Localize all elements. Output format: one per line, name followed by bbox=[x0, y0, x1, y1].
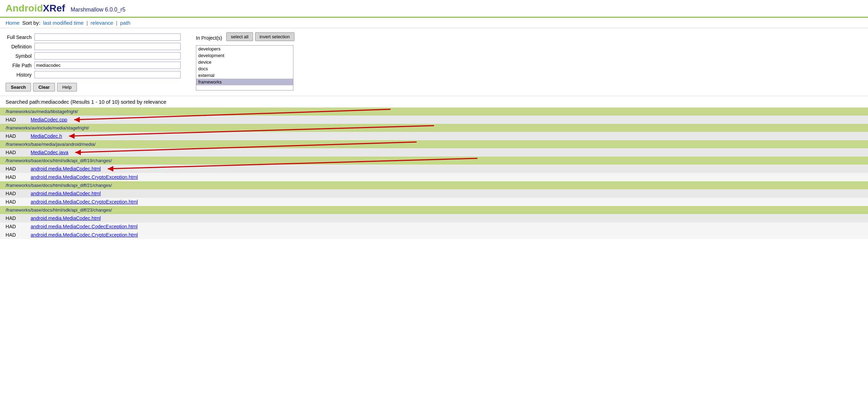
dir-link[interactable]: /frameworks/base/docs/html/sdk/api_diff/… bbox=[6, 207, 112, 213]
file-link[interactable]: android.media.MediaCodec.CryptoException… bbox=[31, 199, 138, 205]
definition-input-cell bbox=[33, 42, 182, 51]
had-badge: HAD bbox=[6, 166, 16, 172]
result-dir: /frameworks/base/media/java/android/medi… bbox=[0, 140, 868, 148]
file-link[interactable]: android.media.MediaCodec.CryptoException… bbox=[31, 174, 138, 180]
result-had: HAD bbox=[0, 189, 28, 198]
file-link[interactable]: MediaCodec.cpp bbox=[31, 117, 67, 122]
table-row: HAD android.media.MediaCodec.CryptoExcep… bbox=[0, 198, 868, 206]
history-input[interactable] bbox=[34, 71, 181, 78]
result-had: HAD bbox=[0, 116, 28, 124]
file-link[interactable]: MediaCodec.h bbox=[31, 133, 62, 139]
result-filename: android.media.MediaCodec.CryptoException… bbox=[28, 231, 868, 239]
result-dir: /frameworks/base/docs/html/sdk/api_diff/… bbox=[0, 181, 868, 189]
definition-row: Definition bbox=[6, 42, 182, 51]
had-badge: HAD bbox=[6, 174, 16, 180]
result-filename: MediaCodec.h bbox=[28, 132, 868, 140]
result-had: HAD bbox=[0, 173, 28, 181]
project-item[interactable]: frameworks bbox=[196, 79, 293, 85]
file-link[interactable]: android.media.MediaCodec.html bbox=[31, 166, 101, 172]
result-filename: android.media.MediaCodec.html bbox=[28, 165, 868, 173]
project-item[interactable]: device bbox=[196, 59, 293, 65]
search-buttons: Search Clear Help bbox=[6, 83, 182, 92]
search-table: Full Search Definition Symbol File Path bbox=[6, 32, 182, 79]
table-row: /frameworks/av/media/libstagefright/ bbox=[0, 108, 868, 116]
result-had: HAD bbox=[0, 132, 28, 140]
file-path-label: File Path bbox=[6, 61, 33, 70]
symbol-input[interactable] bbox=[34, 52, 181, 60]
project-item[interactable]: development bbox=[196, 52, 293, 59]
project-item[interactable]: external bbox=[196, 72, 293, 79]
dir-link[interactable]: /frameworks/base/docs/html/sdk/api_diff/… bbox=[6, 183, 112, 188]
table-row: HAD android.media.MediaCodec.html bbox=[0, 189, 868, 198]
results-header: Searched path:mediacodec (Results 1 - 10… bbox=[0, 96, 868, 108]
had-badge: HAD bbox=[6, 224, 16, 229]
definition-input[interactable] bbox=[34, 43, 181, 50]
history-input-cell bbox=[33, 70, 182, 79]
file-link[interactable]: android.media.MediaCodec.html bbox=[31, 215, 101, 221]
result-filename: android.media.MediaCodec.CryptoException… bbox=[28, 173, 868, 181]
file-path-row: File Path mediacodec bbox=[6, 61, 182, 70]
help-button[interactable]: Help bbox=[57, 83, 77, 92]
result-dir: /frameworks/base/docs/html/sdk/api_diff/… bbox=[0, 206, 868, 214]
table-row: /frameworks/base/docs/html/sdk/api_diff/… bbox=[0, 181, 868, 189]
nav-bar: Home Sort by: last modified time | relev… bbox=[0, 18, 868, 28]
project-list[interactable]: developersdevelopmentdevicedocsexternalf… bbox=[196, 45, 293, 90]
search-button[interactable]: Search bbox=[6, 83, 31, 92]
search-area: Full Search Definition Symbol File Path bbox=[0, 28, 868, 96]
result-filename: android.media.MediaCodec.CodecException.… bbox=[28, 222, 868, 231]
project-area: In Project(s) select all invert selectio… bbox=[196, 32, 294, 92]
dir-link[interactable]: /frameworks/av/include/media/stagefright… bbox=[6, 125, 89, 131]
nav-relevance[interactable]: relevance bbox=[90, 20, 113, 26]
select-all-button[interactable]: select all bbox=[226, 32, 253, 41]
nav-path[interactable]: path bbox=[120, 20, 130, 26]
result-had: HAD bbox=[0, 231, 28, 239]
nav-sep1: | bbox=[86, 20, 88, 26]
file-link[interactable]: android.media.MediaCodec.CodecException.… bbox=[31, 224, 137, 229]
nav-home[interactable]: Home bbox=[6, 20, 19, 26]
project-buttons: select all invert selection bbox=[226, 32, 294, 41]
table-row: HAD MediaCodec.java bbox=[0, 148, 868, 157]
result-filename: android.media.MediaCodec.html bbox=[28, 214, 868, 222]
file-link[interactable]: android.media.MediaCodec.CryptoException… bbox=[31, 232, 138, 238]
nav-last-modified[interactable]: last modified time bbox=[43, 20, 84, 26]
logo-version: Marshmallow 6.0.0_r5 bbox=[71, 7, 125, 13]
had-badge: HAD bbox=[6, 215, 16, 221]
result-had: HAD bbox=[0, 165, 28, 173]
dir-link[interactable]: /frameworks/base/media/java/android/medi… bbox=[6, 142, 96, 147]
symbol-row: Symbol bbox=[6, 51, 182, 61]
logo-android: Android bbox=[6, 3, 43, 14]
project-label: In Project(s) bbox=[196, 35, 222, 41]
had-badge: HAD bbox=[6, 150, 16, 155]
results-container: /frameworks/av/media/libstagefright/ HAD… bbox=[0, 108, 868, 239]
results-header-text: Searched path:mediacodec (Results 1 - 10… bbox=[6, 99, 166, 105]
result-had: HAD bbox=[0, 148, 28, 157]
result-filename: android.media.MediaCodec.CryptoException… bbox=[28, 198, 868, 206]
table-row: /frameworks/base/media/java/android/medi… bbox=[0, 140, 868, 148]
result-had: HAD bbox=[0, 198, 28, 206]
dir-link[interactable]: /frameworks/base/docs/html/sdk/api_diff/… bbox=[6, 158, 112, 163]
result-dir: /frameworks/base/docs/html/sdk/api_diff/… bbox=[0, 157, 868, 165]
clear-button[interactable]: Clear bbox=[33, 83, 55, 92]
symbol-label: Symbol bbox=[6, 51, 33, 61]
full-search-input[interactable] bbox=[34, 33, 181, 41]
invert-selection-button[interactable]: invert selection bbox=[255, 32, 294, 41]
symbol-input-cell bbox=[33, 51, 182, 61]
table-row: /frameworks/base/docs/html/sdk/api_diff/… bbox=[0, 206, 868, 214]
had-badge: HAD bbox=[6, 232, 16, 238]
history-row: History bbox=[6, 70, 182, 79]
table-row: HAD android.media.MediaCodec.html bbox=[0, 214, 868, 222]
result-dir: /frameworks/av/media/libstagefright/ bbox=[0, 108, 868, 116]
table-row: /frameworks/av/include/media/stagefright… bbox=[0, 124, 868, 132]
file-link[interactable]: android.media.MediaCodec.html bbox=[31, 191, 101, 196]
dir-link[interactable]: /frameworks/av/media/libstagefright/ bbox=[6, 109, 78, 114]
nav-sep2: | bbox=[116, 20, 117, 26]
result-filename: MediaCodec.cpp bbox=[28, 116, 868, 124]
project-item[interactable]: developers bbox=[196, 46, 293, 52]
file-path-input[interactable]: mediacodec bbox=[34, 62, 181, 69]
site-logo: AndroidXRef Marshmallow 6.0.0_r5 bbox=[6, 3, 125, 14]
table-row: HAD android.media.MediaCodec.CryptoExcep… bbox=[0, 231, 868, 239]
table-row: HAD android.media.MediaCodec.CryptoExcep… bbox=[0, 173, 868, 181]
file-link[interactable]: MediaCodec.java bbox=[31, 150, 68, 155]
table-row: /frameworks/base/docs/html/sdk/api_diff/… bbox=[0, 157, 868, 165]
project-item[interactable]: docs bbox=[196, 65, 293, 72]
